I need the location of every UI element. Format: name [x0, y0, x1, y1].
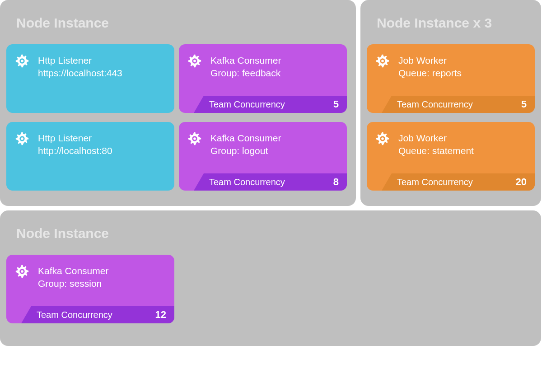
- card-title: Kafka Consumer: [210, 132, 347, 145]
- kafka-consumer-card: Kafka Consumer Group: feedback Team Conc…: [179, 44, 347, 113]
- card-row: Http Listener https://localhost:443 Kafk…: [6, 44, 350, 195]
- card-subtitle: Queue: statement: [398, 145, 535, 157]
- concurrency-value: 20: [516, 176, 527, 188]
- card-title: Http Listener: [38, 54, 174, 67]
- concurrency-label: Team Concurrency: [209, 99, 285, 110]
- concurrency-label: Team Concurrency: [37, 310, 112, 320]
- card-title: Kafka Consumer: [38, 265, 174, 277]
- concurrency-footer: Team Concurrency 12: [6, 306, 174, 323]
- card-title: Kafka Consumer: [210, 54, 347, 67]
- card-subtitle: Group: feedback: [210, 67, 347, 79]
- node-instance-panel: Node Instance Kafka Consumer Group: sess…: [0, 210, 541, 346]
- concurrency-label: Team Concurrency: [397, 99, 473, 110]
- http-listener-card: Http Listener http://localhost:80: [6, 122, 174, 191]
- card-row: Kafka Consumer Group: session Team Concu…: [6, 255, 535, 328]
- card-subtitle: Queue: reports: [398, 67, 535, 79]
- concurrency-footer: Team Concurrency 8: [179, 173, 347, 191]
- concurrency-value: 5: [521, 98, 527, 110]
- panel-title: Node Instance: [16, 15, 350, 31]
- kafka-consumer-card: Kafka Consumer Group: logout Team Concur…: [179, 122, 347, 191]
- job-worker-card: Job Worker Queue: statement Team Concurr…: [367, 122, 535, 191]
- concurrency-footer: Team Concurrency 5: [367, 96, 535, 113]
- concurrency-value: 5: [333, 98, 339, 110]
- card-subtitle: Group: logout: [210, 145, 347, 157]
- concurrency-footer: Team Concurrency 5: [179, 96, 347, 113]
- card-row: Job Worker Queue: reports Team Concurren…: [367, 44, 535, 195]
- concurrency-value: 8: [333, 176, 339, 188]
- concurrency-footer: Team Concurrency 20: [367, 173, 535, 191]
- gear-icon: [6, 44, 38, 113]
- diagram-root: Node Instance Http Listener https://loca…: [0, 0, 542, 346]
- node-instance-panel: Node Instance Http Listener https://loca…: [0, 0, 356, 206]
- http-listener-card: Http Listener https://localhost:443: [6, 44, 174, 113]
- card-title: Job Worker: [398, 54, 535, 67]
- concurrency-label: Team Concurrency: [397, 177, 473, 187]
- panel-title: Node Instance x 3: [377, 15, 535, 31]
- card-subtitle: https://localhost:443: [38, 67, 174, 79]
- kafka-consumer-card: Kafka Consumer Group: session Team Concu…: [6, 255, 174, 323]
- concurrency-value: 12: [155, 309, 166, 321]
- card-title: Http Listener: [38, 132, 174, 145]
- card-title: Job Worker: [398, 132, 535, 145]
- concurrency-label: Team Concurrency: [209, 177, 285, 187]
- card-subtitle: Group: session: [38, 277, 174, 290]
- job-worker-card: Job Worker Queue: reports Team Concurren…: [367, 44, 535, 113]
- node-instance-x3-panel: Node Instance x 3 Job Worker Queue: repo…: [360, 0, 541, 206]
- gear-icon: [6, 122, 38, 191]
- panel-title: Node Instance: [16, 226, 535, 241]
- card-subtitle: http://localhost:80: [38, 145, 174, 157]
